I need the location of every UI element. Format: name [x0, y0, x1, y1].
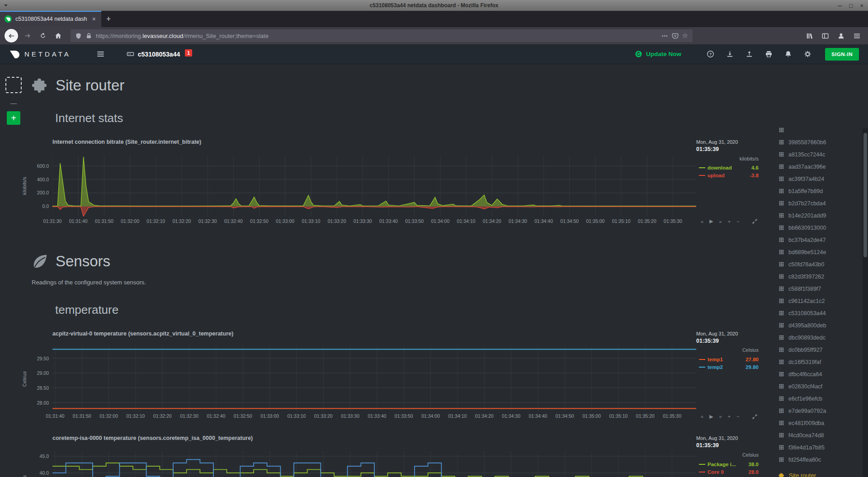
sign-in-button[interactable]: SIGN-IN: [825, 48, 859, 61]
node-item[interactable]: dbc90893dedc: [778, 331, 856, 344]
add-button[interactable]: +: [7, 111, 20, 125]
node-item[interactable]: b2d7b27cbda4: [778, 197, 856, 209]
node-item[interactable]: e7de99a0792a: [778, 405, 856, 417]
forward-button[interactable]: [22, 30, 33, 42]
chart-plot-area[interactable]: [52, 451, 696, 477]
legend-entry[interactable]: temp229.80: [699, 363, 759, 371]
pan-forward-icon[interactable]: »: [719, 219, 722, 224]
pan-forward-icon[interactable]: »: [719, 414, 722, 419]
play-icon[interactable]: ▶: [709, 414, 713, 420]
alerts-badge[interactable]: 1: [185, 49, 192, 57]
print-icon[interactable]: [765, 50, 773, 58]
node-item[interactable]: d4395a800deb: [778, 319, 856, 331]
pan-backward-icon[interactable]: «: [701, 414, 703, 419]
window-maximize-button[interactable]: □: [849, 2, 853, 9]
menu-item-site-router[interactable]: Site router: [778, 469, 856, 477]
node-item[interactable]: f36e4d1a7b85: [778, 441, 856, 453]
legend-entry[interactable]: download4.6: [699, 164, 759, 172]
pocket-icon[interactable]: [672, 33, 679, 39]
legend-entry[interactable]: Core 028.0: [699, 468, 759, 476]
node-item[interactable]: dfbc4f6cca64: [778, 368, 856, 380]
node-item[interactable]: aad37aac396e: [778, 161, 856, 173]
node-item[interactable]: bb6630913000: [778, 222, 856, 234]
x-tick-label: 01:34:30: [502, 413, 520, 419]
node-item[interactable]: c82d3f397262: [778, 270, 856, 283]
help-icon[interactable]: ?: [707, 50, 714, 58]
menu-icon[interactable]: [853, 32, 861, 40]
import-icon[interactable]: [726, 50, 734, 58]
settings-gear-icon[interactable]: [804, 50, 811, 58]
reload-icon: [39, 32, 47, 39]
legend-entry[interactable]: temp127.80: [699, 355, 759, 363]
scrollbar-thumb[interactable]: [863, 133, 867, 257]
sidebar-toggle-icon[interactable]: [821, 32, 829, 40]
node-item[interactable]: e6cf1e96efcb: [778, 392, 856, 405]
zoom-in-icon[interactable]: +: [728, 219, 731, 224]
node-item[interactable]: dc16f5319faf: [778, 356, 856, 368]
node-item[interactable]: b1a5ffe7b89d: [778, 185, 856, 197]
tracking-shield-icon[interactable]: [75, 33, 82, 39]
legend-series-name: download: [708, 165, 750, 170]
browser-tab[interactable]: c53108053a44 netdata dash ×: [0, 11, 101, 27]
new-tab-button[interactable]: +: [101, 11, 116, 27]
resize-handle-icon[interactable]: [752, 414, 758, 420]
zoom-out-icon[interactable]: −: [736, 414, 739, 419]
node-label: dfbc4f6cca64: [788, 371, 822, 378]
node-item[interactable]: f4cd0cea74d8: [778, 429, 856, 441]
window-minimize-button[interactable]: ─: [838, 2, 842, 9]
node-label: c961142ac1c2: [788, 298, 825, 304]
node-item[interactable]: bc37b4a2de47: [778, 234, 856, 246]
node-item[interactable]: ac39f37a4b24: [778, 173, 856, 185]
node-item[interactable]: b14e2201add9: [778, 209, 856, 222]
page-actions-icon[interactable]: •••: [662, 33, 668, 38]
lock-icon[interactable]: [85, 33, 92, 39]
url-bar[interactable]: https://monitoring.levasseur.cloud/#menu…: [71, 29, 693, 42]
netdata-brand[interactable]: NETDATA: [9, 49, 71, 60]
node-item[interactable]: a8135cc7244c: [778, 148, 856, 161]
legend-entry[interactable]: upload-3.8: [699, 172, 759, 179]
x-tick-label: 01:32:30: [180, 413, 198, 419]
dashboard-menu-icon[interactable]: [96, 50, 105, 58]
tab-close-icon[interactable]: ×: [91, 15, 97, 23]
zoom-out-icon[interactable]: −: [736, 219, 739, 224]
node-item[interactable]: fd254ffea60c: [778, 453, 856, 466]
node-item[interactable]: c50fd76a43b0: [778, 258, 856, 270]
chart-plot-area[interactable]: [52, 346, 696, 411]
window-close-button[interactable]: ×: [860, 2, 863, 9]
url-text[interactable]: https://monitoring.levasseur.cloud/#menu…: [96, 33, 658, 39]
node-label: e02630cf4acf: [788, 383, 822, 390]
update-now-button[interactable]: Update Now: [635, 50, 681, 58]
chevron-down-icon[interactable]: [3, 3, 9, 8]
y-tick-label: 29.00: [37, 370, 49, 376]
reload-button[interactable]: [37, 30, 49, 42]
node-item[interactable]: dc0bb95ff927: [778, 344, 856, 356]
x-tick-label: 01:34:40: [528, 413, 547, 419]
y-axis-ticks: 45.040.035.030.0: [28, 451, 52, 477]
zoom-in-icon[interactable]: +: [728, 414, 731, 419]
alarms-bell-icon[interactable]: [784, 50, 792, 58]
grid-icon: [778, 261, 784, 267]
back-button[interactable]: [5, 29, 18, 43]
node-item[interactable]: ec481f009dba: [778, 417, 856, 429]
node-item[interactable]: [778, 124, 856, 136]
node-label: b1a5ffe7b89d: [788, 188, 823, 194]
library-icon[interactable]: [806, 32, 813, 40]
export-icon[interactable]: [745, 50, 753, 58]
pan-backward-icon[interactable]: «: [701, 219, 703, 224]
node-item[interactable]: c961142ac1c2: [778, 295, 856, 307]
node-item[interactable]: 3985587660b6: [778, 136, 856, 148]
legend-entry[interactable]: Package i...38.0: [699, 460, 759, 468]
page-scrollbar[interactable]: [863, 128, 868, 477]
chart-plot-area[interactable]: [52, 155, 696, 217]
bookmark-star-icon[interactable]: ☆: [682, 32, 688, 40]
node-item[interactable]: c53108053a44: [778, 307, 856, 319]
node-item[interactable]: e02630cf4acf: [778, 380, 856, 392]
play-icon[interactable]: ▶: [709, 218, 713, 224]
home-button[interactable]: [52, 30, 64, 42]
node-chip[interactable]: c53108053a44 1: [127, 49, 192, 59]
account-icon[interactable]: [837, 32, 845, 40]
node-item[interactable]: bd689be5124e: [778, 246, 856, 258]
node-item[interactable]: c588f1f389f7: [778, 283, 856, 295]
selection-tool[interactable]: [5, 77, 22, 93]
resize-handle-icon[interactable]: [752, 218, 758, 224]
